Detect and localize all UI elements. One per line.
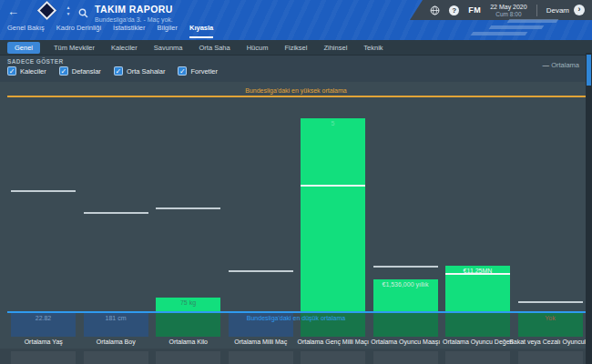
chart-strip-ortalama-boy: 181 cm [84,313,148,337]
column-label-ortalama-ya: Ortalama Yaş [0,339,89,345]
tab-bilgiler[interactable]: Bilgiler [158,24,179,38]
page-subtitle: Bundesliga'da 3. - Maç yok. [95,16,173,23]
continue-label: Devam [546,6,569,15]
chart-bar-ortalama-oyuncu-maa: €1,536,000 yıllık [373,279,438,311]
club-crest-inner [43,6,52,15]
average-marker-ortalama-gen-milli-ma [301,185,365,187]
subtab-zihinsel[interactable]: Zihinsel [321,42,350,54]
average-marker-ortalama-ya [11,190,76,192]
filter-orta-sahalar[interactable]: ✓Orta Sahalar [114,66,166,76]
subtab-kaleciler[interactable]: Kaleciler [108,42,140,54]
checkbox-orta-sahalar[interactable]: ✓ [114,66,123,76]
average-marker-ortalama-kilo [156,207,220,209]
subtab-orta-saha[interactable]: Orta Saha [196,42,232,54]
decor-stripe [471,32,528,35]
tab-i-statistikler[interactable]: İstatistikler [113,24,145,38]
chart-strip-ortalama-kilo [156,313,220,337]
chart-strip-sakat-veya-cezal-oyuncular: Yok [518,313,583,337]
checkbox-label: Orta Sahalar [127,67,166,76]
scrollbar-thumb[interactable] [587,55,591,86]
average-marker-ortalama-oyuncu-maa [373,266,438,268]
help-icon[interactable]: ? [449,5,459,15]
filter-bar: SADECE GÖSTER ✓Kaleciler✓Defanslar✓Orta … [0,55,592,82]
checkbox-label: Forvetler [190,67,218,76]
chart-strip-ortalama-gen-milli-ma [301,313,365,337]
subtab-teknik[interactable]: Teknik [361,42,385,54]
chart-strip-ortalama-oyuncu-maa [373,313,438,337]
tab-k-yasla[interactable]: Kıyasla [189,24,213,38]
decor-stripe [507,19,559,23]
highest-average-line [7,96,586,97]
world-icon[interactable] [430,5,440,15]
back-icon[interactable]: ← [7,5,27,19]
filter-options: ✓Kaleciler✓Defanslar✓Orta Sahalar✓Forvet… [7,66,218,76]
system-bar: ? FM 22 May 2020 Cum 8:00 Devam › [410,0,592,20]
scrollbar-track[interactable] [586,53,592,364]
main-tabs: Genel BakışKadro DerinliğiİstatistiklerB… [7,24,213,38]
filter-title: SADECE GÖSTER [7,58,64,65]
bar-value: €11.25MN [445,266,510,274]
checkbox-kaleciler[interactable]: ✓ [7,66,16,76]
tab-kadro-derinli-i[interactable]: Kadro Derinliği [56,24,101,38]
column-label-ortalama-kilo: Ortalama Kilo [143,339,234,345]
chart-bar-ortalama-oyuncu-de-eri: €11.25MN [445,266,510,311]
subtab-genel[interactable]: Genel [7,42,40,54]
average-marker-ortalama-boy [84,212,148,214]
bar-value: 5 [301,118,365,126]
column-label-ortalama-gen-milli-ma: Ortalama Genç Milli Maçı [288,339,379,345]
subtab-savunma[interactable]: Savunma [151,42,186,54]
fm-logo: FM [468,5,481,15]
game-date: 22 May 2020 Cum 8:00 [490,4,526,17]
tab-genel-bak[interactable]: Genel Bakış [7,24,45,38]
subtab-h-cum[interactable]: Hücum [244,42,271,54]
average-marker-sakat-veya-cezal-oyuncular [518,301,583,303]
chart-bar-ortalama-gen-milli-ma: 5 [301,118,365,311]
subtab-bar: GenelTüm MevkilerKalecilerSavunmaOrta Sa… [0,40,592,55]
lowest-average-caption: Bundesliga'daki en düşük ortalama [0,315,592,321]
lowest-average-line [7,311,586,313]
page-title: TAKIM RAPORU [95,4,173,15]
checkbox-forvetler[interactable]: ✓ [178,66,187,76]
strip-value: 181 cm [84,313,148,321]
average-marker-ortalama-milli-ma [229,270,293,272]
filter-kaleciler[interactable]: ✓Kaleciler [7,66,46,76]
average-dash-sample: — [543,61,552,69]
time-text: Cum 8:00 [490,11,526,17]
club-crest-icon[interactable] [37,1,56,20]
chart-strip-ortalama-ya: 22.82 [11,313,76,337]
filter-defanslar[interactable]: ✓Defanslar [59,66,101,76]
cycle-arrows-icon[interactable]: ▲▼ [64,3,73,19]
fm-team-report-window: ← ▲▼ TAKIM RAPORU Bundesliga'da 3. - Maç… [0,0,592,364]
column-label-ortalama-oyuncu-de-eri: Ortalama Oyuncu Değeri [433,339,524,345]
chart-bar-ortalama-kilo: 75 kg [156,298,220,311]
header-divider [536,5,537,16]
column-label-sakat-veya-cezal-oyuncular: Sakat veya Cezalı Oyuncular [505,339,592,345]
bar-value: €1,536,000 yıllık [373,279,438,288]
title-block: TAKIM RAPORU Bundesliga'da 3. - Maç yok. [95,4,173,23]
date-text: 22 May 2020 [490,4,526,10]
title-bar: ← ▲▼ TAKIM RAPORU Bundesliga'da 3. - Maç… [0,0,592,40]
search-icon[interactable] [78,5,88,22]
checkbox-label: Defanslar [72,67,101,76]
continue-button[interactable]: Devam › [546,5,585,15]
filter-forvetler[interactable]: ✓Forvetler [178,66,218,76]
subtab-t-m-mevkiler[interactable]: Tüm Mevkiler [51,42,97,54]
average-legend: — Ortalama [543,61,579,69]
checkbox-label: Kaleciler [20,67,46,76]
checkbox-defanslar[interactable]: ✓ [59,66,68,76]
subtab-fiziksel[interactable]: Fiziksel [281,42,310,54]
column-label-ortalama-oyuncu-maa: Ortalama Oyuncu Maaşı [361,339,452,345]
decor-stripe [489,25,545,29]
continue-arrow-icon: › [574,5,585,15]
strip-value: Yok [518,313,583,321]
average-marker-ortalama-oyuncu-de-eri [445,273,510,275]
chart-strip-ortalama-oyuncu-de-eri [445,313,510,337]
average-legend-label: Ortalama [551,61,579,69]
chart-strip-ortalama-milli-ma [229,313,293,337]
column-label-ortalama-milli-ma: Ortalama Milli Maç [216,339,307,345]
next-chart-row-band [0,349,592,364]
column-label-ortalama-boy: Ortalama Boy [71,339,162,345]
bar-value: 75 kg [156,298,220,306]
highest-average-caption: Bundesliga'daki en yüksek ortalama [0,87,592,94]
strip-value: 22.82 [11,313,76,321]
